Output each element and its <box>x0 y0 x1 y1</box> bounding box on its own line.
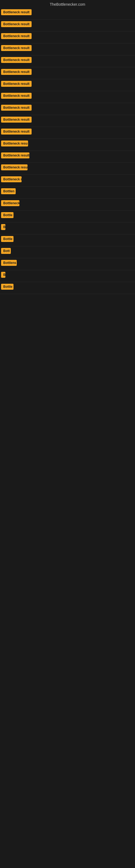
badge-row-23: B <box>0 270 135 282</box>
bottleneck-badge-21[interactable]: Bott <box>1 248 11 254</box>
badge-row-10: Bottleneck result <box>0 115 135 127</box>
bottleneck-badge-23[interactable]: B <box>1 272 5 278</box>
badge-row-20: Bottle <box>0 235 135 246</box>
badge-row-3: Bottleneck result <box>0 31 135 43</box>
badge-row-22: Bottlens <box>0 258 135 270</box>
badge-row-19: B <box>0 222 135 235</box>
badge-row-24: Bottle <box>0 282 135 294</box>
site-title: TheBottlenecker.com <box>0 0 135 8</box>
badge-row-21: Bott <box>0 246 135 258</box>
bottleneck-badge-22[interactable]: Bottlens <box>1 260 17 266</box>
bottleneck-badge-16[interactable]: Bottlen <box>1 188 16 194</box>
badge-row-7: Bottleneck result <box>0 79 135 91</box>
badge-row-6: Bottleneck result <box>0 67 135 79</box>
bottleneck-badge-20[interactable]: Bottle <box>1 236 13 242</box>
badge-row-15: Bottleneck r <box>0 175 135 187</box>
bottleneck-badge-12[interactable]: Bottleneck resu <box>1 141 28 147</box>
badges-container: Bottleneck resultBottleneck resultBottle… <box>0 8 135 592</box>
bottleneck-badge-7[interactable]: Bottleneck result <box>1 81 32 87</box>
bottleneck-badge-11[interactable]: Bottleneck result <box>1 129 32 134</box>
badge-row-12: Bottleneck resu <box>0 139 135 151</box>
bottleneck-badge-1[interactable]: Bottleneck result <box>1 9 32 15</box>
badge-row-9: Bottleneck result <box>0 103 135 115</box>
bottleneck-badge-14[interactable]: Bottleneck resul <box>1 164 28 170</box>
bottleneck-badge-9[interactable]: Bottleneck result <box>1 105 32 111</box>
badge-row-13: Bottleneck result <box>0 151 135 163</box>
badge-row-17: Bottleneck <box>0 198 135 211</box>
site-title-container: TheBottlenecker.com <box>0 0 135 8</box>
bottleneck-badge-4[interactable]: Bottleneck result <box>1 45 32 51</box>
bottleneck-badge-15[interactable]: Bottleneck r <box>1 176 21 182</box>
bottleneck-badge-3[interactable]: Bottleneck result <box>1 33 32 39</box>
badge-row-4: Bottleneck result <box>0 43 135 55</box>
bottleneck-badge-13[interactable]: Bottleneck result <box>1 152 30 158</box>
badge-row-18: Bottle <box>0 211 135 222</box>
badge-row-2: Bottleneck result <box>0 20 135 31</box>
badge-row-14: Bottleneck resul <box>0 163 135 175</box>
bottleneck-badge-17[interactable]: Bottleneck <box>1 200 19 206</box>
bottleneck-badge-5[interactable]: Bottleneck result <box>1 57 32 63</box>
bottleneck-badge-6[interactable]: Bottleneck result <box>1 69 32 75</box>
bottleneck-badge-10[interactable]: Bottleneck result <box>1 117 32 123</box>
bottleneck-badge-19[interactable]: B <box>1 224 5 230</box>
badge-row-5: Bottleneck result <box>0 55 135 67</box>
badge-row-8: Bottleneck result <box>0 91 135 103</box>
bottleneck-badge-2[interactable]: Bottleneck result <box>1 21 32 27</box>
empty-space <box>0 294 135 592</box>
bottleneck-badge-8[interactable]: Bottleneck result <box>1 93 32 99</box>
bottleneck-badge-18[interactable]: Bottle <box>1 212 13 218</box>
badge-row-1: Bottleneck result <box>0 8 135 20</box>
bottleneck-badge-24[interactable]: Bottle <box>1 284 13 290</box>
badge-row-11: Bottleneck result <box>0 127 135 139</box>
badge-row-16: Bottlen <box>0 187 135 198</box>
